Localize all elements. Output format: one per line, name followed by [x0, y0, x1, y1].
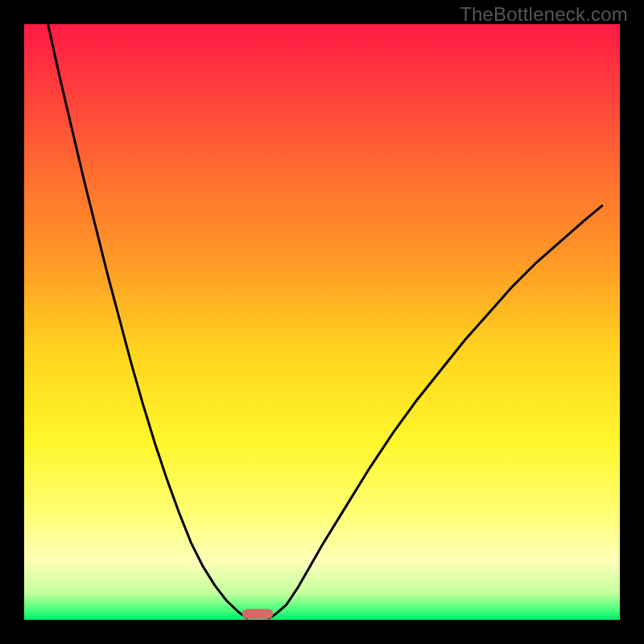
minimum-marker [242, 609, 274, 619]
watermark-text: TheBottleneck.com [460, 3, 628, 26]
chart-container: { "watermark": "TheBottleneck.com", "cha… [0, 0, 644, 644]
bottleneck-chart [0, 0, 644, 644]
gradient-background [24, 24, 620, 620]
